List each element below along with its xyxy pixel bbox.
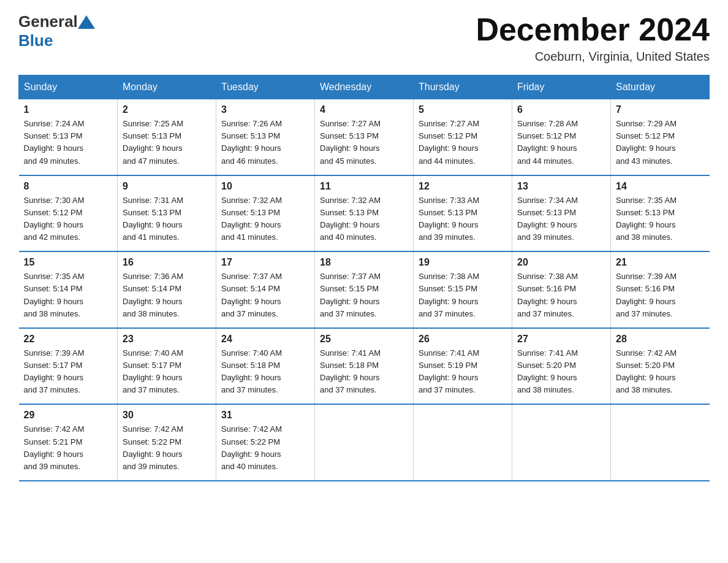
table-row: 22 Sunrise: 7:39 AM Sunset: 5:17 PM Dayl… <box>19 328 118 405</box>
day-info: Sunrise: 7:32 AM Sunset: 5:13 PM Dayligh… <box>221 194 309 244</box>
day-info: Sunrise: 7:35 AM Sunset: 5:14 PM Dayligh… <box>24 270 113 320</box>
day-number: 8 <box>24 181 113 192</box>
table-row <box>611 404 710 481</box>
day-info: Sunrise: 7:26 AM Sunset: 5:13 PM Dayligh… <box>221 118 309 167</box>
day-number: 26 <box>419 334 507 345</box>
table-row: 8 Sunrise: 7:30 AM Sunset: 5:12 PM Dayli… <box>19 175 118 252</box>
day-info: Sunrise: 7:42 AM Sunset: 5:21 PM Dayligh… <box>24 423 113 473</box>
logo-general-text: General <box>18 12 78 31</box>
logo-triangle-icon <box>78 15 95 29</box>
table-row: 25 Sunrise: 7:41 AM Sunset: 5:18 PM Dayl… <box>315 328 414 405</box>
day-info: Sunrise: 7:33 AM Sunset: 5:13 PM Dayligh… <box>419 194 507 244</box>
table-row: 5 Sunrise: 7:27 AM Sunset: 5:12 PM Dayli… <box>414 99 512 175</box>
day-number: 17 <box>221 257 309 268</box>
day-info: Sunrise: 7:38 AM Sunset: 5:15 PM Dayligh… <box>419 270 507 320</box>
month-title: December 2024 <box>476 12 710 47</box>
table-row: 29 Sunrise: 7:42 AM Sunset: 5:21 PM Dayl… <box>19 404 118 481</box>
day-number: 9 <box>123 181 211 192</box>
table-row: 4 Sunrise: 7:27 AM Sunset: 5:13 PM Dayli… <box>315 99 414 175</box>
logo-blue-text: Blue <box>18 31 53 50</box>
calendar-header-row: Sunday Monday Tuesday Wednesday Thursday… <box>19 75 710 99</box>
table-row: 28 Sunrise: 7:42 AM Sunset: 5:20 PM Dayl… <box>611 328 710 405</box>
table-row: 1 Sunrise: 7:24 AM Sunset: 5:13 PM Dayli… <box>19 99 118 175</box>
day-info: Sunrise: 7:41 AM Sunset: 5:18 PM Dayligh… <box>320 347 408 397</box>
table-row <box>315 404 414 481</box>
day-info: Sunrise: 7:37 AM Sunset: 5:15 PM Dayligh… <box>320 270 408 320</box>
table-row: 24 Sunrise: 7:40 AM Sunset: 5:18 PM Dayl… <box>216 328 315 405</box>
day-info: Sunrise: 7:31 AM Sunset: 5:13 PM Dayligh… <box>123 194 211 244</box>
table-row: 19 Sunrise: 7:38 AM Sunset: 5:15 PM Dayl… <box>414 251 512 328</box>
day-info: Sunrise: 7:42 AM Sunset: 5:22 PM Dayligh… <box>123 423 211 473</box>
day-number: 23 <box>123 334 211 345</box>
table-row <box>414 404 512 481</box>
calendar-table: Sunday Monday Tuesday Wednesday Thursday… <box>18 75 710 481</box>
table-row: 9 Sunrise: 7:31 AM Sunset: 5:13 PM Dayli… <box>118 175 216 252</box>
day-info: Sunrise: 7:37 AM Sunset: 5:14 PM Dayligh… <box>221 270 309 320</box>
day-number: 13 <box>517 181 605 192</box>
table-row: 7 Sunrise: 7:29 AM Sunset: 5:12 PM Dayli… <box>611 99 710 175</box>
day-info: Sunrise: 7:42 AM Sunset: 5:22 PM Dayligh… <box>221 423 309 473</box>
table-row: 31 Sunrise: 7:42 AM Sunset: 5:22 PM Dayl… <box>216 404 315 481</box>
day-info: Sunrise: 7:32 AM Sunset: 5:13 PM Dayligh… <box>320 194 408 244</box>
day-info: Sunrise: 7:39 AM Sunset: 5:17 PM Dayligh… <box>24 347 113 397</box>
day-info: Sunrise: 7:36 AM Sunset: 5:14 PM Dayligh… <box>123 270 211 320</box>
table-row: 11 Sunrise: 7:32 AM Sunset: 5:13 PM Dayl… <box>315 175 414 252</box>
day-number: 30 <box>123 410 211 421</box>
col-wednesday: Wednesday <box>315 75 414 99</box>
day-number: 11 <box>320 181 408 192</box>
day-number: 20 <box>517 257 605 268</box>
location-text: Coeburn, Virginia, United States <box>476 50 710 64</box>
day-info: Sunrise: 7:40 AM Sunset: 5:17 PM Dayligh… <box>123 347 211 397</box>
day-info: Sunrise: 7:41 AM Sunset: 5:19 PM Dayligh… <box>419 347 507 397</box>
day-info: Sunrise: 7:35 AM Sunset: 5:13 PM Dayligh… <box>616 194 705 244</box>
table-row: 2 Sunrise: 7:25 AM Sunset: 5:13 PM Dayli… <box>118 99 216 175</box>
table-row: 3 Sunrise: 7:26 AM Sunset: 5:13 PM Dayli… <box>216 99 315 175</box>
day-info: Sunrise: 7:27 AM Sunset: 5:13 PM Dayligh… <box>320 118 408 167</box>
day-info: Sunrise: 7:41 AM Sunset: 5:20 PM Dayligh… <box>517 347 605 397</box>
day-number: 28 <box>616 334 705 345</box>
calendar-week-row: 29 Sunrise: 7:42 AM Sunset: 5:21 PM Dayl… <box>19 404 710 481</box>
day-info: Sunrise: 7:38 AM Sunset: 5:16 PM Dayligh… <box>517 270 605 320</box>
day-number: 25 <box>320 334 408 345</box>
day-number: 16 <box>123 257 211 268</box>
table-row: 10 Sunrise: 7:32 AM Sunset: 5:13 PM Dayl… <box>216 175 315 252</box>
title-section: December 2024 Coeburn, Virginia, United … <box>476 12 710 64</box>
day-info: Sunrise: 7:25 AM Sunset: 5:13 PM Dayligh… <box>123 118 211 167</box>
day-number: 7 <box>616 104 705 115</box>
col-monday: Monday <box>118 75 216 99</box>
table-row: 13 Sunrise: 7:34 AM Sunset: 5:13 PM Dayl… <box>512 175 611 252</box>
day-number: 6 <box>517 104 605 115</box>
day-number: 14 <box>616 181 705 192</box>
table-row: 12 Sunrise: 7:33 AM Sunset: 5:13 PM Dayl… <box>414 175 512 252</box>
calendar-week-row: 1 Sunrise: 7:24 AM Sunset: 5:13 PM Dayli… <box>19 99 710 175</box>
table-row: 27 Sunrise: 7:41 AM Sunset: 5:20 PM Dayl… <box>512 328 611 405</box>
day-number: 22 <box>24 334 113 345</box>
table-row: 26 Sunrise: 7:41 AM Sunset: 5:19 PM Dayl… <box>414 328 512 405</box>
day-info: Sunrise: 7:29 AM Sunset: 5:12 PM Dayligh… <box>616 118 705 167</box>
table-row: 18 Sunrise: 7:37 AM Sunset: 5:15 PM Dayl… <box>315 251 414 328</box>
day-number: 31 <box>221 410 309 421</box>
day-info: Sunrise: 7:34 AM Sunset: 5:13 PM Dayligh… <box>517 194 605 244</box>
day-info: Sunrise: 7:40 AM Sunset: 5:18 PM Dayligh… <box>221 347 309 397</box>
table-row: 15 Sunrise: 7:35 AM Sunset: 5:14 PM Dayl… <box>19 251 118 328</box>
day-info: Sunrise: 7:30 AM Sunset: 5:12 PM Dayligh… <box>24 194 113 244</box>
day-number: 5 <box>419 104 507 115</box>
table-row: 30 Sunrise: 7:42 AM Sunset: 5:22 PM Dayl… <box>118 404 216 481</box>
table-row: 17 Sunrise: 7:37 AM Sunset: 5:14 PM Dayl… <box>216 251 315 328</box>
day-info: Sunrise: 7:42 AM Sunset: 5:20 PM Dayligh… <box>616 347 705 397</box>
logo-blue-part <box>78 15 95 29</box>
col-tuesday: Tuesday <box>216 75 315 99</box>
table-row: 20 Sunrise: 7:38 AM Sunset: 5:16 PM Dayl… <box>512 251 611 328</box>
day-number: 15 <box>24 257 113 268</box>
day-number: 29 <box>24 410 113 421</box>
calendar-week-row: 15 Sunrise: 7:35 AM Sunset: 5:14 PM Dayl… <box>19 251 710 328</box>
day-number: 24 <box>221 334 309 345</box>
table-row: 16 Sunrise: 7:36 AM Sunset: 5:14 PM Dayl… <box>118 251 216 328</box>
day-number: 12 <box>419 181 507 192</box>
table-row: 14 Sunrise: 7:35 AM Sunset: 5:13 PM Dayl… <box>611 175 710 252</box>
col-sunday: Sunday <box>19 75 118 99</box>
day-number: 27 <box>517 334 605 345</box>
svg-marker-0 <box>78 15 95 29</box>
day-number: 18 <box>320 257 408 268</box>
logo: General Blue <box>18 12 95 50</box>
